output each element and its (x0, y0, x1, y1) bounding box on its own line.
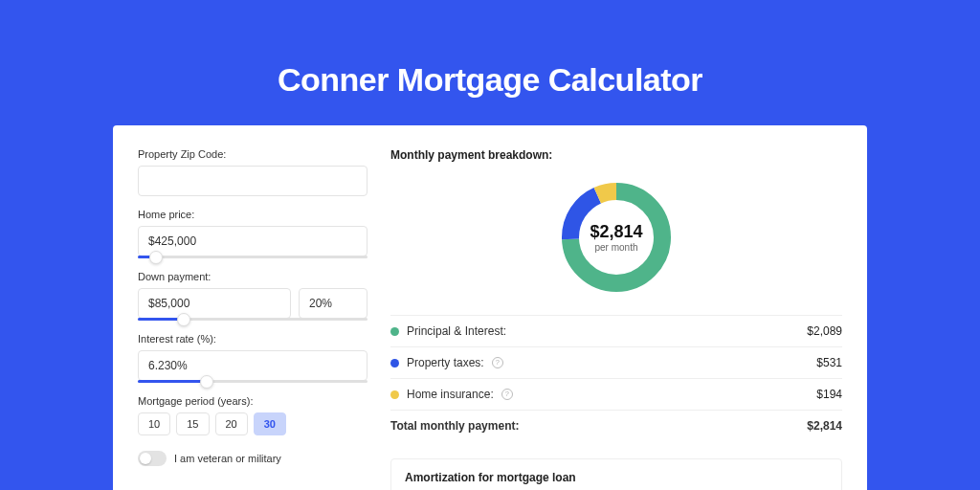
home-price-input[interactable] (138, 226, 368, 256)
zip-field-group: Property Zip Code: (138, 148, 368, 196)
interest-slider[interactable] (138, 380, 368, 383)
home-price-slider-thumb[interactable] (149, 251, 163, 264)
down-payment-slider[interactable] (138, 318, 368, 321)
down-payment-input[interactable] (138, 288, 291, 319)
down-payment-field-group: Down payment: (138, 271, 368, 321)
info-icon[interactable]: ? (492, 357, 503, 368)
page-title: Conner Mortgage Calculator (0, 0, 980, 125)
veteran-toggle[interactable] (138, 451, 167, 466)
breakdown-column: Monthly payment breakdown: $2,814 per mo… (390, 148, 842, 490)
period-option-15[interactable]: 15 (176, 412, 209, 435)
period-option-20[interactable]: 20 (215, 412, 248, 435)
period-option-10[interactable]: 10 (138, 412, 170, 435)
legend-total-row: Total monthly payment:$2,814 (390, 411, 842, 441)
interest-slider-fill (138, 380, 207, 383)
period-options: 10152030 (138, 412, 368, 435)
legend-label: Property taxes: (407, 356, 484, 369)
legend-dot (390, 327, 399, 336)
inputs-column: Property Zip Code: Home price: Down paym… (138, 148, 368, 490)
veteran-label: I am veteran or military (174, 453, 281, 464)
legend-value: $531 (816, 356, 842, 369)
interest-slider-thumb[interactable] (200, 375, 213, 389)
interest-field-group: Interest rate (%): (138, 333, 368, 383)
down-payment-label: Down payment: (138, 271, 368, 282)
amortization-title: Amortization for mortgage loan (405, 471, 828, 484)
period-option-30[interactable]: 30 (254, 412, 286, 435)
period-field-group: Mortgage period (years): 10152030 (138, 395, 368, 435)
interest-input[interactable] (138, 350, 368, 381)
calculator-card: Property Zip Code: Home price: Down paym… (113, 125, 867, 490)
veteran-toggle-row: I am veteran or military (138, 451, 368, 466)
amortization-box: Amortization for mortgage loan Amortizat… (390, 458, 842, 490)
legend-left: Home insurance:? (390, 388, 513, 401)
down-payment-pct-input[interactable] (299, 288, 368, 319)
home-price-label: Home price: (138, 209, 368, 220)
donut-chart-wrap: $2,814 per month (390, 173, 842, 315)
legend-left: Property taxes:? (390, 356, 503, 369)
donut-sub: per month (594, 242, 637, 253)
legend-value: $2,089 (807, 324, 842, 338)
legend-left: Principal & Interest: (390, 324, 506, 338)
legend-dot (390, 359, 399, 368)
legend-row: Principal & Interest:$2,089 (390, 316, 842, 347)
breakdown-title: Monthly payment breakdown: (390, 148, 842, 162)
zip-input[interactable] (138, 166, 368, 196)
donut-center: $2,814 per month (556, 177, 677, 298)
interest-label: Interest rate (%): (138, 333, 368, 345)
legend-value: $194 (816, 388, 842, 401)
legend: Principal & Interest:$2,089Property taxe… (390, 315, 842, 441)
donut-value: $2,814 (590, 222, 642, 242)
legend-total-value: $2,814 (807, 419, 842, 433)
legend-label: Home insurance: (407, 388, 494, 401)
donut-chart: $2,814 per month (556, 177, 677, 298)
zip-label: Property Zip Code: (138, 148, 368, 160)
legend-row: Home insurance:?$194 (390, 379, 842, 411)
home-price-field-group: Home price: (138, 209, 368, 258)
info-icon[interactable]: ? (501, 389, 513, 400)
legend-dot (390, 390, 399, 399)
down-payment-slider-thumb[interactable] (177, 313, 190, 326)
home-price-slider[interactable] (138, 256, 368, 258)
legend-row: Property taxes:?$531 (390, 347, 842, 379)
legend-total-label: Total monthly payment: (390, 419, 519, 433)
legend-label: Principal & Interest: (407, 324, 506, 338)
period-label: Mortgage period (years): (138, 395, 368, 407)
